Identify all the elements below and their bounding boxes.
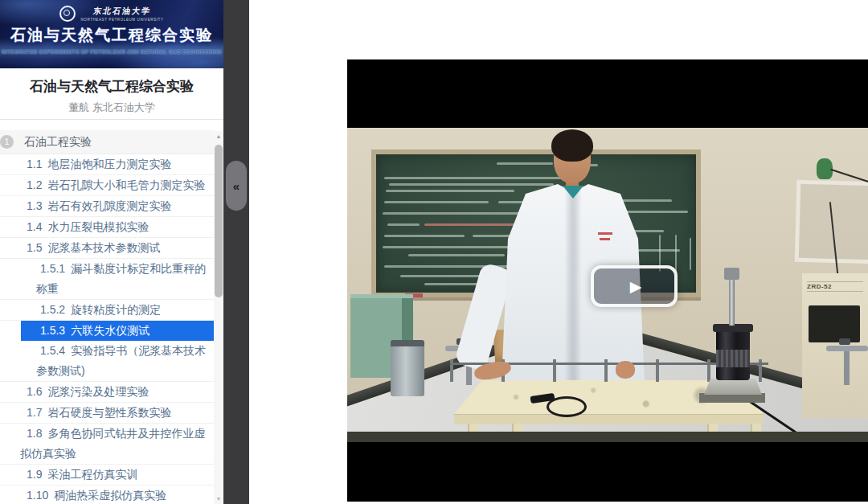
table-cord: [547, 396, 587, 417]
scroll-up-icon[interactable]: ▲: [214, 131, 223, 141]
chapter-item-1.9[interactable]: 1.9采油工程仿真实训: [0, 465, 214, 486]
course-sidebar: 东北石油大学 NORTHEAST PETROLEUM UNIVERSITY 石油…: [0, 0, 223, 504]
chapter-item-1.2[interactable]: 1.2岩石孔隙大小和毛管力测定实验: [0, 175, 214, 196]
chalk-line: [384, 235, 465, 237]
chalk-line: [497, 162, 553, 165]
course-title: 石油与天然气工程综合实验: [0, 77, 223, 96]
chapter-item-1.5.4[interactable]: 1.5.4实验指导书（泥浆基本技术参数测试): [0, 341, 214, 382]
chalk-line: [675, 235, 677, 272]
chalk-line: [389, 183, 554, 186]
chapter-item-1.6[interactable]: 1.6泥浆污染及处理实验: [0, 382, 214, 403]
chalk-line: [424, 223, 529, 226]
apparatus-base-plate: [704, 379, 762, 395]
sidebar-collapse-button[interactable]: «: [226, 161, 247, 211]
metal-canister: [391, 340, 424, 396]
university-name: 东北石油大学: [92, 6, 152, 17]
chapter-item-1.4[interactable]: 1.4水力压裂电模拟实验: [0, 217, 214, 238]
app-window: 东北石油大学 NORTHEAST PETROLEUM UNIVERSITY 石油…: [0, 0, 868, 504]
apparatus-rod-cap: [724, 268, 739, 280]
banner-subtitle-en: INTEGRATED EXPERIMENTS OF PETROLEUM AND …: [0, 49, 223, 55]
valve-pipe: [844, 351, 850, 385]
chalk-line: [384, 177, 573, 179]
university-emblem-icon: [59, 6, 76, 22]
chapter-item-1.5.1[interactable]: 1.5.1漏斗黏度计标定和比重秤的称重: [0, 259, 214, 300]
chapter-item-1.3[interactable]: 1.3岩石有效孔隙度测定实验: [0, 196, 214, 217]
chapter-section-header[interactable]: 1 石油工程实验: [0, 130, 214, 154]
filter-press-band: [716, 350, 750, 367]
valve-knob: [839, 338, 850, 345]
instructor-hand: [616, 361, 635, 379]
basin-front-rim: [347, 432, 868, 442]
video-player[interactable]: ZRD-52: [347, 59, 868, 502]
chalk-line: [384, 201, 489, 203]
chalk-line: [383, 246, 519, 248]
scroll-down-icon[interactable]: ▼: [214, 494, 223, 504]
scrollbar-thumb[interactable]: [215, 145, 223, 297]
course-info: 石油与天然气工程综合实验 董航 东北石油大学: [0, 68, 223, 120]
chapter-list: 1 石油工程实验 1.1地层油饱和压力测定实验1.2岩石孔隙大小和毛管力测定实验…: [0, 130, 223, 504]
chalk-line: [387, 223, 420, 226]
sidebar-collapse-strip: «: [223, 0, 249, 504]
coat-embroidery: [600, 238, 610, 240]
chapter-item-1.10[interactable]: 1.10稠油热采虚拟仿真实验: [0, 486, 214, 504]
university-name-en: NORTHEAST PETROLEUM UNIVERSITY: [80, 18, 163, 22]
instructor-hair: [551, 129, 593, 162]
chapter-number-badge: 1: [0, 135, 14, 149]
chalk-line: [408, 254, 505, 256]
university-logo: 东北石油大学 NORTHEAST PETROLEUM UNIVERSITY: [0, 0, 223, 22]
zrd-instrument-label: ZRD-52: [807, 281, 863, 292]
chapter-item-1.7[interactable]: 1.7岩石硬度与塑性系数实验: [0, 403, 214, 424]
sidebar-scrollbar[interactable]: ▲ ▼: [214, 131, 223, 504]
chapter-item-1.5[interactable]: 1.5泥浆基本技术参数测试: [0, 238, 214, 259]
zrd-instrument-screen: [809, 305, 860, 342]
play-button[interactable]: ▶: [591, 265, 678, 307]
chapter-section-label: 石油工程实验: [24, 135, 92, 148]
apparatus-rod: [729, 279, 735, 326]
spacer: [0, 120, 223, 130]
chapter-item-1.8[interactable]: 1.8多角色协同式钻井及井控作业虚拟仿真实验: [0, 424, 214, 465]
chapter-items: 1.1地层油饱和压力测定实验1.2岩石孔隙大小和毛管力测定实验1.3岩石有效孔隙…: [0, 154, 223, 504]
chapter-item-1.5.3[interactable]: 1.5.3六联失水仪测试: [21, 321, 214, 341]
chalk-line: [690, 238, 691, 270]
valve-pipe: [826, 346, 868, 351]
collapse-chevrons-icon: «: [233, 179, 240, 193]
instructor-head: [551, 129, 594, 186]
coat-embroidery: [598, 232, 612, 235]
course-instructor: 董航 东北石油大学: [0, 100, 223, 115]
course-banner: 东北石油大学 NORTHEAST PETROLEUM UNIVERSITY 石油…: [0, 0, 223, 68]
play-icon: ▶: [627, 277, 642, 296]
banner-title: 石油与天然气工程综合实验: [0, 25, 223, 46]
chapter-item-1.5.2[interactable]: 1.5.2旋转粘度计的测定: [0, 300, 214, 321]
chalk-line: [386, 190, 514, 192]
main-content: ZRD-52: [249, 0, 868, 504]
chapter-item-1.1[interactable]: 1.1地层油饱和压力测定实验: [0, 154, 214, 175]
